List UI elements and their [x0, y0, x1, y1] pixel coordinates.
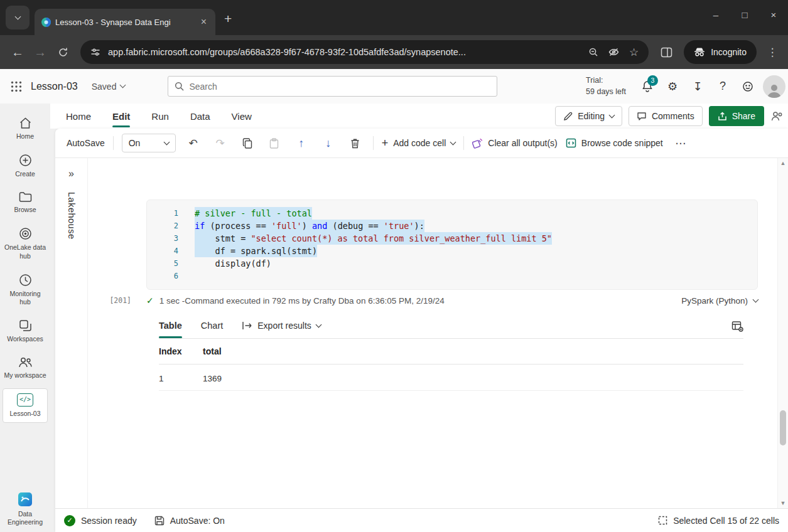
export-results-button[interactable]: Export results — [242, 321, 321, 338]
forward-button[interactable]: → — [29, 41, 51, 63]
reload-button[interactable] — [51, 41, 74, 63]
code-editor[interactable]: 1 # silver - full - total 2 if (process … — [146, 200, 758, 290]
downloads-icon[interactable]: ↧ — [685, 74, 710, 99]
app-header: Lesson-03 Saved Trial: 59 days left 3 ⚙ … — [0, 69, 788, 104]
lakehouse-panel-label[interactable]: Lakehouse — [67, 192, 77, 239]
code-line[interactable]: 5 display(df) — [147, 257, 757, 270]
redo-button[interactable]: ↷ — [211, 134, 230, 152]
sidebar-item-data-engineering[interactable]: Data Engineering — [3, 487, 48, 531]
close-window-button[interactable]: × — [759, 0, 788, 29]
code-line[interactable]: 4 df = spark.sql(stmt) — [147, 245, 757, 257]
sidebar-item-onelake-data-hub[interactable]: OneLake data hub — [3, 223, 48, 264]
autosave-status: AutoSave: On — [154, 516, 225, 526]
eye-off-icon[interactable] — [608, 47, 619, 57]
zoom-icon[interactable] — [588, 47, 598, 57]
maximize-button[interactable]: □ — [730, 0, 759, 29]
move-cell-down-button[interactable]: ↓ — [319, 134, 338, 152]
move-cell-up-button[interactable]: ↑ — [292, 134, 311, 152]
incognito-label: Incognito — [711, 47, 747, 57]
tab-view[interactable]: View — [232, 105, 252, 127]
scrollbar-thumb[interactable] — [780, 410, 786, 445]
expand-panel-icon[interactable]: » — [68, 168, 74, 179]
browser-tab[interactable]: Lesson-03 - Synapse Data Engi × — [35, 9, 215, 35]
clear-all-outputs-button[interactable]: Clear all output(s) — [472, 138, 558, 149]
close-tab-icon[interactable]: × — [198, 16, 209, 28]
column-header-total[interactable]: total — [203, 339, 743, 364]
code-line[interactable]: 6 — [147, 270, 757, 282]
notebook-code-icon: </> — [17, 393, 33, 407]
sidebar-item-monitoring-hub[interactable]: Monitoring hub — [3, 269, 48, 311]
help-icon[interactable]: ? — [710, 74, 735, 99]
back-button[interactable]: ← — [6, 41, 29, 63]
scroll-down-icon[interactable]: ▼ — [780, 500, 786, 506]
browser-menu-icon[interactable]: ⋮ — [763, 46, 782, 59]
divider — [113, 136, 114, 150]
more-commands-button[interactable]: ⋯ — [671, 134, 690, 152]
tab-run[interactable]: Run — [151, 105, 169, 127]
line-number: 6 — [147, 270, 178, 282]
comment-icon — [637, 112, 647, 121]
line-number: 5 — [147, 257, 178, 270]
scroll-up-icon[interactable]: ▲ — [780, 160, 786, 166]
sidebar-item-lesson-03[interactable]: </> Lesson-03 — [3, 388, 48, 423]
browse-code-snippet-button[interactable]: Browse code snippet — [566, 138, 663, 148]
copy-button[interactable] — [238, 134, 257, 152]
delete-cell-button[interactable] — [346, 134, 365, 152]
code-line[interactable]: 3 stmt = "select count(*) as total from … — [147, 232, 757, 245]
tab-search-button[interactable] — [6, 6, 30, 29]
paste-button[interactable] — [265, 134, 284, 152]
presence-people-icon[interactable] — [770, 110, 783, 122]
incognito-badge[interactable]: Incognito — [684, 40, 757, 64]
cell-status-row: ✓ 1 sec -Command executed in 792 ms by C… — [146, 290, 758, 306]
split-screen-icon[interactable] — [655, 41, 677, 63]
bookmark-star-icon[interactable]: ☆ — [629, 46, 639, 59]
tab-data[interactable]: Data — [190, 105, 210, 127]
code-line[interactable]: 1 # silver - full - total — [147, 207, 757, 220]
feedback-icon[interactable] — [735, 74, 760, 99]
table-row[interactable]: 1 1369 — [159, 364, 743, 391]
sidebar-item-create[interactable]: Create — [3, 149, 48, 183]
data-engineering-icon — [18, 492, 33, 507]
output-tabs: Table Chart Export results — [159, 321, 743, 338]
tab-home[interactable]: Home — [66, 105, 91, 127]
settings-gear-icon[interactable]: ⚙ — [660, 74, 685, 99]
new-tab-button[interactable]: + — [224, 11, 232, 26]
search-input[interactable] — [189, 82, 490, 92]
sidebar-item-home[interactable]: Home — [3, 112, 48, 145]
editing-mode-button[interactable]: Editing — [555, 106, 622, 126]
table-settings-icon[interactable] — [731, 321, 743, 332]
tab-title: Lesson-03 - Synapse Data Engi — [55, 18, 195, 27]
site-info-icon[interactable] — [90, 47, 100, 57]
user-avatar[interactable] — [763, 75, 785, 98]
column-header-index[interactable]: Index — [159, 339, 203, 364]
browser-navbar: ← → app.fabric.microsoft.com/groups/a668… — [0, 35, 788, 69]
language-selector[interactable]: PySpark (Python) — [681, 296, 758, 306]
clear-outputs-icon — [472, 138, 483, 149]
tab-edit[interactable]: Edit — [112, 105, 130, 127]
minimize-button[interactable]: – — [701, 0, 730, 29]
output-tab-chart[interactable]: Chart — [201, 321, 223, 338]
url-bar[interactable]: app.fabric.microsoft.com/groups/a668a328… — [80, 40, 649, 64]
notebook-area: » Lakehouse 1 # silver - full - total — [55, 158, 788, 508]
url-text[interactable]: app.fabric.microsoft.com/groups/a668a328… — [108, 47, 588, 57]
sidebar-item-browse[interactable]: Browse — [3, 187, 48, 218]
global-search[interactable] — [168, 76, 497, 97]
code-line[interactable]: 2 if (process == 'full') and (debug == '… — [147, 220, 757, 232]
autosave-dropdown[interactable]: On — [122, 134, 176, 152]
fabric-favicon-icon — [41, 17, 51, 28]
save-status-dropdown[interactable]: Saved — [92, 82, 126, 92]
output-tab-table[interactable]: Table — [159, 321, 182, 338]
comments-button[interactable]: Comments — [629, 106, 703, 126]
undo-button[interactable]: ↶ — [184, 134, 203, 152]
save-icon — [154, 516, 165, 526]
notebook-toolbar: AutoSave On ↶ ↷ ↑ ↓ — [55, 129, 788, 158]
share-button[interactable]: Share — [709, 106, 764, 126]
notifications-button[interactable]: 3 — [635, 74, 660, 99]
plus-icon: + — [382, 137, 389, 150]
session-status: ✓ Session ready — [64, 515, 137, 526]
vertical-scrollbar[interactable]: ▲ ▼ — [777, 158, 788, 508]
sidebar-item-my-workspace[interactable]: My workspace — [3, 352, 48, 384]
app-launcher-icon[interactable] — [11, 81, 22, 92]
add-code-cell-button[interactable]: + Add code cell — [382, 137, 456, 150]
sidebar-item-workspaces[interactable]: Workspaces — [3, 315, 48, 348]
